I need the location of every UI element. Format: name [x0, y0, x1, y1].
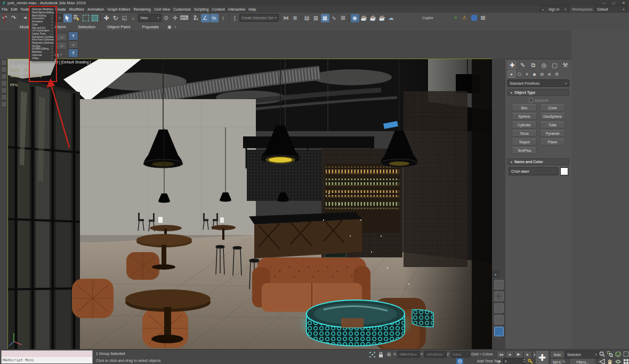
close-button[interactable]: ✕	[618, 1, 629, 5]
dock-icon[interactable]	[1, 94, 7, 100]
motion-tab-icon[interactable]: ◎	[539, 61, 549, 69]
perspective-viewport[interactable]: [+ ] [Perspe nd ] [Default Shading ] Pol…	[7, 59, 493, 350]
field-of-view-button[interactable]	[598, 358, 606, 364]
systems-category-icon[interactable]: ⚙	[553, 71, 560, 77]
pyramid-button[interactable]: Pyramid	[540, 130, 565, 137]
select-and-place-button[interactable]: ⌂	[130, 14, 138, 22]
lights-category-icon[interactable]: ☀	[523, 71, 530, 77]
menu-customize[interactable]: Customize	[172, 6, 192, 13]
menu-item-vray[interactable]: V-Ray▸	[30, 56, 54, 60]
select-and-rotate-button[interactable]: ↻	[111, 14, 120, 22]
minimize-button[interactable]: —	[599, 2, 609, 5]
zoom-button[interactable]	[598, 351, 606, 358]
menu-create[interactable]: Create	[53, 6, 68, 13]
isolate-selection-toggle[interactable]	[369, 351, 376, 358]
cameras-category-icon[interactable]: ◆	[531, 71, 538, 77]
layout-preset-active[interactable]	[494, 327, 504, 336]
layout-tabs-expand-button[interactable]: ▸	[492, 271, 499, 277]
ribbon-tab-object-paint[interactable]: Object Paint	[101, 23, 136, 30]
select-by-name-button[interactable]	[72, 14, 81, 22]
ribbon-edit-poly-button[interactable]: T	[68, 31, 78, 41]
hierarchy-tab-icon[interactable]: ⧉	[529, 61, 538, 69]
menu-edit[interactable]: Edit	[9, 6, 19, 13]
object-type-rollout[interactable]: ▼ Object Type	[507, 89, 569, 96]
rendered-frame-window-button[interactable]: ☕	[369, 14, 377, 22]
x-coordinate-field[interactable]: 2988,670cm	[398, 351, 420, 358]
use-pivot-center-button[interactable]: ⊙	[162, 14, 171, 22]
percent-snap-toggle[interactable]: %	[210, 14, 219, 22]
torus-button[interactable]: Torus	[512, 130, 537, 137]
snaps-toggle-25d[interactable]: 25	[192, 14, 200, 22]
select-and-move-button[interactable]: ✚	[102, 14, 111, 22]
pan-button[interactable]	[606, 358, 614, 364]
tube-button[interactable]: Tube	[540, 122, 565, 128]
key-filters-button[interactable]: Filters...	[569, 358, 596, 364]
frame-spinner[interactable]: ▴▾	[522, 358, 526, 363]
helpers-category-icon[interactable]: ⊞	[538, 71, 545, 77]
redo-button[interactable]: ↷	[10, 14, 18, 22]
play-button[interactable]: ▶	[514, 351, 523, 358]
render-setup-button[interactable]: ☕	[360, 14, 368, 22]
primitive-category-dropdown[interactable]: Standard Primitives ▼	[507, 79, 569, 87]
object-name-field[interactable]: Стол овал	[509, 167, 558, 175]
sign-in-dropdown[interactable]: ● Sign In ▼	[540, 5, 569, 13]
time-tag-button[interactable]	[456, 358, 463, 364]
named-selection-set-dropdown[interactable]: Create Selection Set ▼	[239, 14, 279, 22]
ribbon-tab-selection[interactable]: Selection	[72, 23, 101, 30]
geometry-category-icon[interactable]: ●	[507, 70, 515, 78]
align-button[interactable]: ≣	[291, 14, 300, 22]
schematic-view-button[interactable]: ⊞	[339, 14, 348, 22]
create-tab-icon[interactable]: ✚	[507, 61, 517, 69]
textplus-button[interactable]: TextPlus	[512, 147, 537, 154]
layout-preset-single-2[interactable]	[494, 303, 504, 313]
toggle-ribbon-button[interactable]: ▦	[321, 14, 329, 22]
menu-tools[interactable]: Tools	[19, 6, 30, 13]
select-and-link-button[interactable]: ⚭	[21, 14, 30, 22]
shapes-category-icon[interactable]: ⬠	[516, 71, 523, 77]
maxscript-mini-listener[interactable]: MAXScript Mini	[1, 350, 93, 364]
spacewarps-category-icon[interactable]: ≋	[546, 71, 553, 77]
dock-icon[interactable]	[1, 74, 7, 79]
menu-modifiers[interactable]: Modifiers	[68, 6, 86, 13]
dock-icon[interactable]	[1, 80, 7, 86]
toggle-scene-explorer-button[interactable]: ▥	[312, 14, 320, 22]
maximize-viewport-toggle[interactable]	[622, 358, 629, 364]
material-editor-button[interactable]: ◉	[351, 14, 359, 22]
workspace-dropdown[interactable]: Default ▼	[595, 5, 627, 13]
select-and-manipulate-button[interactable]: ✢	[171, 14, 180, 22]
window-crossing-toggle[interactable]	[91, 14, 99, 22]
z-coordinate-field[interactable]: 0,0cm	[451, 351, 470, 358]
dock-icon[interactable]	[1, 101, 7, 107]
geosphere-button[interactable]: GeoSphere	[540, 113, 565, 120]
maximize-button[interactable]: ▢	[609, 1, 618, 5]
expand-chevrons-icon[interactable]: »	[452, 14, 459, 21]
zoom-all-button[interactable]	[606, 351, 614, 358]
ribbon-overflow-icon[interactable]: ▣	[165, 25, 174, 29]
select-object-button[interactable]	[63, 14, 72, 22]
current-frame-field[interactable]: 0	[503, 358, 525, 364]
selection-lock-toggle[interactable]	[377, 351, 384, 358]
plane-button[interactable]: Plane	[540, 139, 565, 145]
key-filters-icon[interactable]	[527, 358, 534, 364]
cylinder-button[interactable]: Cylinder	[512, 122, 537, 128]
angle-snap-toggle[interactable]: ∠	[201, 14, 209, 22]
display-tab-icon[interactable]: ▢	[550, 61, 559, 69]
reference-coordinate-dropdown[interactable]: View ▼	[138, 14, 162, 22]
menu-graph-editors[interactable]: Graph Editors	[106, 6, 132, 13]
zoom-region-button[interactable]	[622, 351, 629, 358]
menu-file[interactable]: File	[0, 6, 9, 13]
absolute-offset-mode-toggle[interactable]: ⊞	[385, 351, 392, 358]
dock-icon[interactable]	[1, 60, 7, 66]
previous-frame-button[interactable]: ◀	[505, 351, 514, 358]
default-in-out-tangent-icon[interactable]: ∿	[561, 358, 567, 364]
rectangular-selection-region-button[interactable]	[82, 14, 90, 22]
sphere-button[interactable]: Sphere	[512, 113, 537, 120]
modify-tab-icon[interactable]: ✎	[518, 61, 527, 69]
copitor-script-button[interactable]: Copitor	[422, 16, 433, 20]
ribbon-panel-caption[interactable]: ling ▼	[53, 53, 62, 56]
key-mode-toggle[interactable]: ◀▶	[497, 358, 502, 364]
menu-animation[interactable]: Animation	[86, 6, 106, 13]
ribbon-mini-button[interactable]: ▱	[68, 41, 78, 48]
orbit-button[interactable]	[614, 358, 622, 364]
menu-interactive[interactable]: Interactive	[227, 6, 247, 13]
